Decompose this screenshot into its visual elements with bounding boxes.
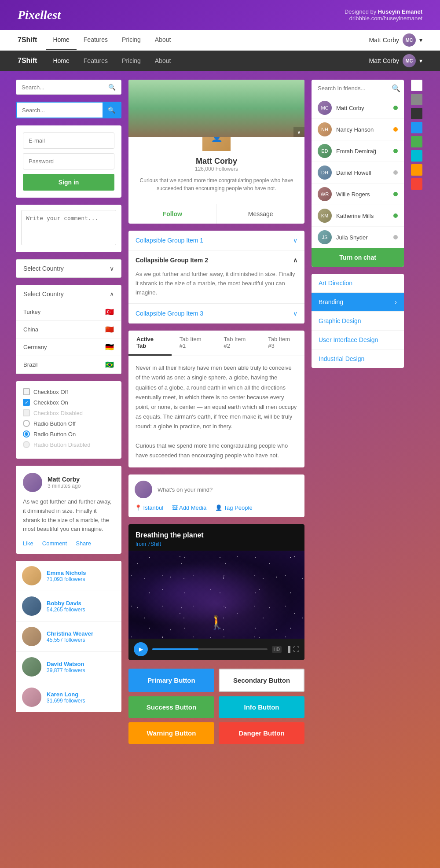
tab-item-3[interactable]: Tab Item #3 bbox=[260, 331, 304, 356]
comment-button[interactable]: Comment bbox=[42, 540, 67, 547]
menu-item-art[interactable]: Art Direction bbox=[312, 274, 404, 293]
nav-features-white[interactable]: Features bbox=[77, 30, 115, 50]
friend-avatar-dh: DH bbox=[318, 166, 332, 180]
status-dot-mc bbox=[393, 106, 398, 110]
dropdown-item-brazil[interactable]: Brazil 🇧🇷 bbox=[16, 356, 121, 374]
dropdown-header[interactable]: Select Country ∧ bbox=[16, 285, 121, 303]
comment-box bbox=[16, 205, 121, 252]
like-button[interactable]: Like bbox=[23, 540, 33, 547]
friend-item-mc[interactable]: MC Matt Corby bbox=[312, 97, 404, 119]
tab-active[interactable]: Active Tab bbox=[128, 331, 172, 356]
tag-action[interactable]: 👤 Tag People bbox=[215, 504, 252, 511]
collapsible-header-1[interactable]: Collapsible Group Item 1 ∨ bbox=[128, 231, 304, 250]
collapsible-header-3[interactable]: Collapsible Group Item 3 ∨ bbox=[128, 304, 304, 323]
follow-button[interactable]: Follow bbox=[128, 204, 217, 224]
signin-button[interactable]: Sign in bbox=[23, 174, 114, 191]
swatch-blue[interactable] bbox=[411, 122, 422, 133]
swatch-dark[interactable] bbox=[411, 108, 422, 119]
play-button[interactable]: ▶ bbox=[134, 642, 148, 656]
tab-item-1[interactable]: Tab Item #1 bbox=[172, 331, 216, 356]
list-item[interactable]: Bobby Davis 54,265 followers bbox=[16, 591, 121, 622]
media-action[interactable]: 🖼 Add Media bbox=[172, 504, 206, 511]
user-info-karen: Karen Long 31,699 followers bbox=[47, 691, 85, 704]
video-progress-bar[interactable] bbox=[152, 648, 268, 650]
chat-button[interactable]: Turn on chat bbox=[312, 248, 404, 267]
radio-off[interactable] bbox=[23, 420, 30, 427]
friend-avatar-km: KM bbox=[318, 209, 332, 223]
post-author: Matt Corby bbox=[48, 476, 81, 483]
location-action[interactable]: 📍 Istanbul bbox=[135, 504, 163, 511]
dropdown-open: Select Country ∧ Turkey 🇹🇷 China 🇨🇳 Germ… bbox=[16, 285, 121, 374]
new-post-input[interactable] bbox=[158, 486, 298, 493]
volume-icon[interactable]: ▐ bbox=[286, 646, 290, 653]
collapsible-header-2[interactable]: Collapsible Group Item 2 ∧ bbox=[128, 250, 304, 270]
swatch-teal[interactable] bbox=[411, 150, 422, 162]
nav-about-dark[interactable]: About bbox=[148, 51, 178, 70]
info-button[interactable]: Info Button bbox=[219, 696, 304, 718]
primary-button[interactable]: Primary Button bbox=[128, 669, 214, 692]
nav-home-dark[interactable]: Home bbox=[46, 51, 76, 70]
checkbox-on[interactable]: ✓ bbox=[23, 399, 30, 406]
friend-item-wr[interactable]: WR Willie Rogers bbox=[312, 184, 404, 205]
danger-button[interactable]: Danger Button bbox=[219, 722, 304, 744]
friend-item-js[interactable]: JS Julia Snyder bbox=[312, 227, 404, 248]
color-swatches bbox=[411, 80, 424, 744]
search-input-1[interactable] bbox=[22, 84, 108, 91]
warning-button[interactable]: Warning Button bbox=[128, 722, 214, 744]
post-time: 3 minutes ago bbox=[48, 483, 81, 489]
cover-dropdown-icon[interactable]: ∨ bbox=[293, 127, 304, 137]
swatch-white[interactable] bbox=[411, 80, 422, 91]
secondary-button[interactable]: Secondary Button bbox=[219, 669, 304, 692]
list-item[interactable]: Emma Nichols 71,093 followers bbox=[16, 561, 121, 591]
dropdown-closed[interactable]: Select Country ∨ bbox=[16, 259, 121, 278]
menu-item-industrial[interactable]: Industrial Design bbox=[312, 349, 404, 368]
list-item[interactable]: Christina Weaver 45,557 followers bbox=[16, 622, 121, 652]
menu-item-branding[interactable]: Branding › bbox=[312, 293, 404, 312]
profile-card: ∨ 👤 Matt Corby 126,000 Followers Curious… bbox=[128, 80, 304, 224]
search-input-2[interactable] bbox=[17, 103, 103, 117]
nav-links-white: Home Features Pricing About bbox=[46, 30, 369, 50]
friend-item-km[interactable]: KM Katherine Mills bbox=[312, 205, 404, 227]
post-card: Matt Corby 3 minutes ago As we got furth… bbox=[16, 466, 121, 554]
swatch-orange[interactable] bbox=[411, 164, 422, 176]
nav-pricing-dark[interactable]: Pricing bbox=[115, 51, 148, 70]
status-dot-js bbox=[393, 235, 398, 239]
swatch-green[interactable] bbox=[411, 136, 422, 147]
menu-item-ui[interactable]: User Interface Design bbox=[312, 331, 404, 349]
comment-textarea[interactable] bbox=[21, 210, 116, 245]
checkbox-off[interactable] bbox=[23, 388, 30, 395]
email-field[interactable] bbox=[23, 132, 114, 149]
nav-about-white[interactable]: About bbox=[148, 30, 178, 50]
chevron-up-icon: ∧ bbox=[110, 291, 114, 298]
password-field[interactable] bbox=[23, 153, 114, 169]
swatch-red[interactable] bbox=[411, 178, 422, 190]
video-title: Breathing the planet bbox=[128, 524, 304, 541]
friend-item-ed[interactable]: ED Emrah Demirağ bbox=[312, 140, 404, 162]
share-button[interactable]: Share bbox=[76, 540, 91, 547]
success-button[interactable]: Success Button bbox=[128, 696, 214, 718]
swatch-gray[interactable] bbox=[411, 94, 422, 105]
nav-pricing-white[interactable]: Pricing bbox=[115, 30, 148, 50]
menu-item-graphic[interactable]: Graphic Design bbox=[312, 312, 404, 331]
search-box-2[interactable]: 🔍 bbox=[16, 102, 121, 118]
nav-features-dark[interactable]: Features bbox=[77, 51, 115, 70]
checkbox-disabled bbox=[23, 409, 30, 416]
list-item[interactable]: Karen Long 31,699 followers bbox=[16, 682, 121, 712]
list-item[interactable]: David Watson 39,877 followers bbox=[16, 652, 121, 682]
dropdown-item-china[interactable]: China 🇨🇳 bbox=[16, 321, 121, 338]
flag-germany: 🇩🇪 bbox=[105, 343, 114, 351]
search-button-2[interactable]: 🔍 bbox=[103, 103, 121, 118]
dropdown-item-germany[interactable]: Germany 🇩🇪 bbox=[16, 338, 121, 356]
friend-item-dh[interactable]: DH Daniel Howell bbox=[312, 162, 404, 184]
friend-item-nh[interactable]: NH Nancy Hanson bbox=[312, 119, 404, 140]
dropdown-item-turkey[interactable]: Turkey 🇹🇷 bbox=[16, 303, 121, 321]
friends-search-input[interactable] bbox=[318, 85, 392, 92]
message-button[interactable]: Message bbox=[217, 204, 305, 224]
radio-on[interactable] bbox=[23, 430, 30, 438]
tab-item-2[interactable]: Tab Item #2 bbox=[216, 331, 260, 356]
fullscreen-icon[interactable]: ⛶ bbox=[293, 646, 299, 653]
search-box-1[interactable]: 🔍 bbox=[16, 80, 121, 95]
profile-actions: Follow Message bbox=[128, 204, 304, 224]
left-column: 🔍 🔍 Sign in Select Country ∨ Select Coun… bbox=[16, 80, 121, 744]
nav-home-white[interactable]: Home bbox=[46, 30, 76, 50]
